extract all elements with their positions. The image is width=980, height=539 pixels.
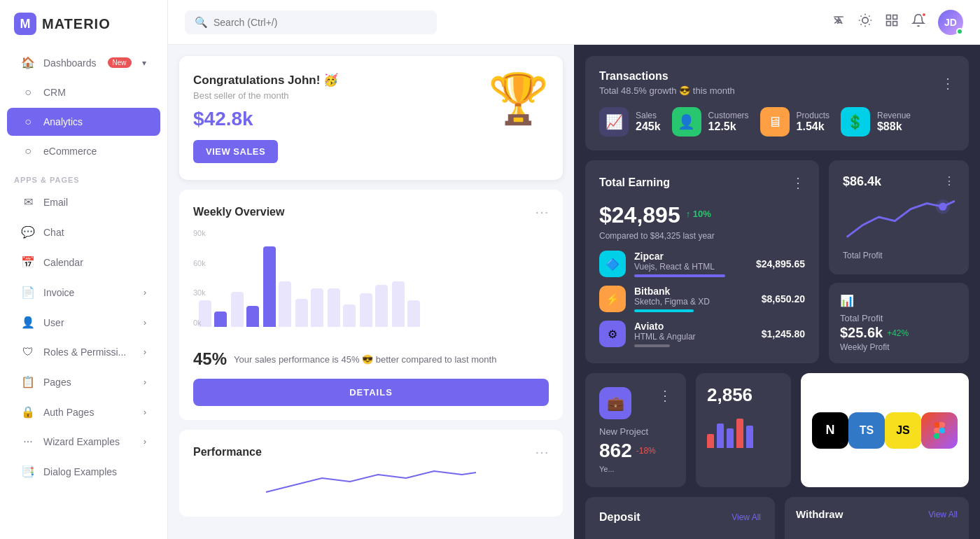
transactions-stats: 📈 Sales 245k 👤 Customers 12.: [599, 107, 955, 136]
new-badge: New: [108, 57, 132, 68]
sidebar-item-ecommerce[interactable]: ○ eCommerce: [7, 137, 160, 165]
bitbank-amount: $8,650.20: [762, 293, 805, 304]
bar-light-5b: [343, 304, 356, 327]
withdraw-title: Withdraw: [796, 508, 843, 520]
sidebar-label-wizard: Wizard Examples: [43, 436, 120, 447]
sidebar-item-dashboards[interactable]: 🏠 Dashboards New ▾: [7, 48, 160, 77]
y-label-90k: 90k: [193, 229, 216, 237]
grid-icon[interactable]: [885, 13, 899, 31]
sidebar-item-calendar[interactable]: 📅 Calendar: [7, 248, 160, 276]
brightness-icon[interactable]: [858, 13, 872, 31]
sidebar-item-roles[interactable]: 🛡 Roles & Permissi... ›: [7, 338, 160, 366]
svg-rect-4: [893, 22, 897, 26]
transactions-card: Transactions Total 48.5% growth 😎 this m…: [585, 56, 969, 150]
details-button[interactable]: DETAILS: [193, 379, 549, 406]
dialog-icon: 📑: [21, 465, 35, 478]
svg-point-6: [936, 200, 951, 214]
bar-group-6: [360, 285, 388, 327]
performance-card: Performance ⋯: [179, 430, 563, 517]
deposit-view-all[interactable]: View All: [732, 512, 761, 522]
view-sales-button[interactable]: VIEW SALES: [193, 140, 278, 163]
zipcar-sub: Vuejs, React & HTML: [634, 262, 748, 272]
javascript-logo: JS: [885, 412, 921, 449]
sidebar-item-pages[interactable]: 📋 Pages ›: [7, 368, 160, 396]
chevron-icon-auth: ›: [144, 407, 146, 417]
bar-purple-2: [246, 306, 259, 327]
profit-chart-value: $86.4k: [843, 174, 881, 189]
sales-label: Sales: [636, 111, 661, 120]
y-label-30k: 30k: [193, 288, 216, 297]
customers-icon: 👤: [678, 113, 695, 130]
profit-chart-more[interactable]: ⋮: [944, 174, 955, 188]
avatar-initials: JD: [944, 17, 957, 28]
sales-value: 245k: [636, 120, 661, 133]
earning-item-aviato: ⚙ Aviato HTML & Angular $1,245.80: [599, 321, 805, 347]
customers-label: Customers: [708, 111, 749, 120]
revenue-value: $88k: [877, 120, 911, 133]
avatar[interactable]: JD: [938, 10, 963, 35]
zipcar-name: Zipcar: [634, 251, 748, 262]
avatar-status: [956, 28, 963, 35]
sidebar-item-invoice[interactable]: 📄 Invoice ›: [7, 278, 160, 307]
search-box[interactable]: 🔍: [185, 10, 437, 34]
weekly-description: Your sales performance is 45% 😎 better c…: [234, 354, 496, 365]
sidebar-item-dialog[interactable]: 📑 Dialog Examples: [7, 457, 160, 486]
earning-list: 🔷 Zipcar Vuejs, React & HTML $24,895.65 …: [599, 251, 805, 347]
bar-light-7: [392, 281, 405, 327]
zipcar-bar: [634, 274, 725, 277]
content-area: Congratulations John! 🥳 Best seller of t…: [168, 45, 980, 539]
withdraw-content: [796, 520, 958, 539]
sidebar-label-pages: Pages: [43, 377, 71, 388]
logo-text: MATERIO: [42, 16, 111, 32]
sidebar-label-dashboards: Dashboards: [43, 57, 97, 69]
sidebar-label-email: Email: [43, 197, 68, 208]
project-sublabel: Ye...: [599, 465, 672, 473]
weekly-more-button[interactable]: ⋯: [535, 204, 549, 220]
total-profit-label: Total Profit: [840, 313, 958, 323]
y-label-60k: 60k: [193, 259, 216, 267]
invoice-icon: 📄: [21, 286, 35, 299]
topbar: 🔍 JD: [168, 0, 980, 45]
earning-growth: ↑ 10%: [686, 209, 711, 219]
circle-icon: ○: [21, 86, 35, 99]
sidebar-label-user: User: [43, 317, 64, 328]
customers-icon-box: 👤: [672, 107, 701, 136]
aviato-name: Aviato: [634, 321, 753, 332]
stat-products: 🖥 Products 1.54k: [760, 107, 830, 136]
mini-bar-1: [707, 434, 714, 448]
sidebar-item-chat[interactable]: 💬 Chat: [7, 218, 160, 246]
chevron-icon-invoice: ›: [144, 288, 146, 298]
right-panel: Transactions Total 48.5% growth 😎 this m…: [574, 45, 980, 539]
chart-y-labels: 90k 60k 30k 0k: [193, 229, 216, 327]
search-input[interactable]: [214, 17, 427, 28]
sidebar-item-email[interactable]: ✉ Email: [7, 188, 160, 216]
bitbank-sub: Sketch, Figma & XD: [634, 297, 753, 307]
transactions-title: Transactions: [599, 70, 735, 83]
earning-more-button[interactable]: ⋮: [791, 174, 805, 191]
performance-more-button[interactable]: ⋯: [535, 444, 549, 461]
translate-icon[interactable]: [832, 13, 846, 31]
sidebar-item-user[interactable]: 👤 User ›: [7, 308, 160, 337]
project-more-button[interactable]: ⋮: [658, 387, 672, 404]
weekly-profit-card: 📊 Total Profit $25.6k +42% Weekly Profit: [829, 283, 969, 363]
sidebar-item-auth[interactable]: 🔒 Auth Pages ›: [7, 398, 160, 426]
total-profit-change: +42%: [887, 328, 909, 338]
chevron-icon-pages: ›: [144, 377, 146, 387]
aviato-bar: [634, 344, 670, 347]
svg-rect-3: [887, 22, 891, 26]
withdraw-view-all[interactable]: View All: [928, 510, 958, 519]
sidebar-item-crm[interactable]: ○ CRM: [7, 78, 160, 106]
bitbank-logo: ⚡: [599, 286, 626, 312]
main-area: 🔍 JD: [168, 0, 980, 539]
bar-light-4: [295, 299, 308, 327]
sidebar-item-analytics[interactable]: ○ Analytics: [7, 108, 160, 136]
svg-rect-1: [887, 15, 891, 20]
bell-icon[interactable]: [911, 13, 925, 31]
sidebar-label-calendar: Calendar: [43, 257, 83, 268]
bitbank-info: Bitbank Sketch, Figma & XD: [634, 286, 753, 312]
sidebar-item-wizard[interactable]: ··· Wizard Examples ›: [7, 428, 160, 456]
revenue-icon: 💲: [846, 113, 864, 130]
transactions-more-button[interactable]: ⋮: [941, 75, 955, 92]
right-mini-cards: $86.4k ⋮ Total Profit: [829, 160, 969, 363]
project-label: New Project: [599, 426, 672, 437]
